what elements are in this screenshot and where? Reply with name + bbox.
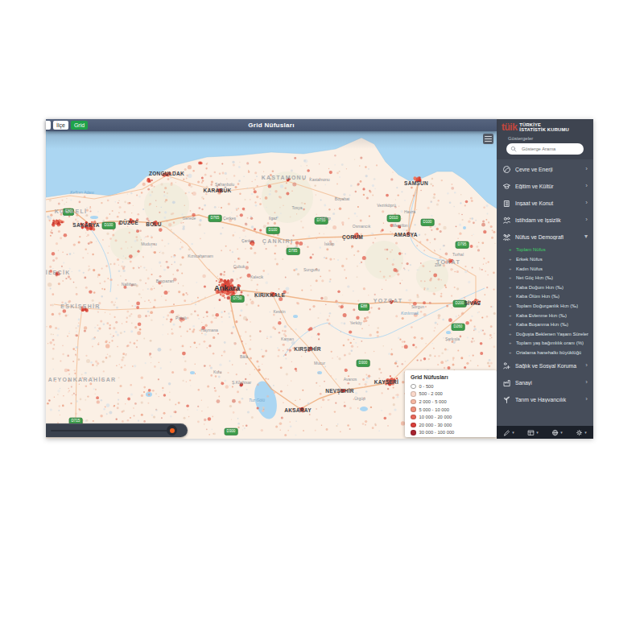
agriculture-icon xyxy=(502,395,511,404)
sidebar-subitem-erkek-nufus[interactable]: +Erkek Nüfus xyxy=(497,254,593,264)
sidebar-item-saglik-ve-sosyal-koruma[interactable]: Sağlık ve Sosyal Koruma› xyxy=(497,357,593,374)
sidebar-subitem-label: Kaba Doğum Hızı (‰) xyxy=(516,285,564,290)
sidebar-subitem-net-goc-hizi[interactable]: +Net Göç Hızı (‰) xyxy=(497,273,593,283)
road-badge: D100 xyxy=(421,219,435,226)
chevron-right-icon: › xyxy=(585,217,588,223)
plus-icon: + xyxy=(509,266,513,271)
road-badge: D300 xyxy=(357,360,370,367)
road-badge: D010 xyxy=(387,215,401,222)
sidebar-subitem-label: Ortalama hanehalkı büyüklüğü xyxy=(516,350,581,355)
caret-down-icon: ▾ xyxy=(536,430,539,435)
plus-icon: + xyxy=(509,313,513,318)
search-box[interactable] xyxy=(506,143,584,155)
legend-swatch xyxy=(411,423,416,428)
sidebar-subitem-label: Toplam Doğurganlık Hızı (‰) xyxy=(516,303,578,308)
sidebar-subitem-kaba-olum-hizi[interactable]: +Kaba Ölüm Hızı (‰) xyxy=(497,292,593,302)
sidebar-subitem-toplam-nufus[interactable]: +Toplam Nüfus xyxy=(497,246,593,255)
legend-label: 20 000 - 30 000 xyxy=(419,423,452,427)
sidebar-subitem-kaba-evlenme-hizi[interactable]: +Kaba Evlenme Hızı (‰) xyxy=(497,311,593,320)
sidebar-subitem-kaba-bosanma-hizi[interactable]: +Kaba Boşanma Hızı (‰) xyxy=(497,320,593,329)
road-badge: E88 xyxy=(358,303,369,311)
chevron-right-icon: › xyxy=(585,362,588,369)
employment-icon xyxy=(502,216,511,225)
map-panel: İlçe Grid Grid Nüfusları Grid Nüfusları … xyxy=(46,119,497,439)
population-icon xyxy=(502,233,511,242)
chevron-right-icon: › xyxy=(585,396,588,402)
road-badge: D300 xyxy=(225,428,238,436)
sidebar: tüik TÜRKİYE İSTATİSTİK KURUMU Göstergel… xyxy=(497,119,593,439)
sidebar-item-tarim-ve-hayvancilik[interactable]: Tarım ve Hayvancılık› xyxy=(497,391,593,408)
education-icon xyxy=(502,182,511,191)
sidebar-toolbar: ▾▾▾▾ xyxy=(497,426,593,439)
plus-icon: + xyxy=(509,350,513,355)
sidebar-subitem-kaba-dogum-hizi[interactable]: +Kaba Doğum Hızı (‰) xyxy=(497,283,593,292)
legend-item: 2 000 - 5 000 xyxy=(411,398,491,406)
time-slider-handle[interactable] xyxy=(167,425,177,436)
sidebar-menu: Çevre ve Enerji›Eğitim ve Kültür›İnşaat … xyxy=(497,159,593,426)
sidebar-item-label: Sanayi xyxy=(515,380,581,386)
sidebar-item-cevre-ve-enerji[interactable]: Çevre ve Enerji› xyxy=(497,161,593,178)
plus-icon: + xyxy=(509,294,513,299)
layers-tool-button[interactable]: ▾ xyxy=(521,426,545,439)
sidebar-subitem-label: Toplam Nüfus xyxy=(516,247,546,252)
road-badge: D765 xyxy=(208,215,222,222)
road-badge: D100 xyxy=(266,227,280,234)
chevron-right-icon: › xyxy=(585,200,588,206)
legend-label: 2 000 - 5 000 xyxy=(419,399,447,404)
road-badge: D795 xyxy=(456,242,469,249)
legend-item: 30 000 - 100 000 xyxy=(411,429,491,437)
sidebar-item-sanayi[interactable]: Sanayi› xyxy=(497,374,593,391)
map-canvas[interactable]: Grid Nüfusları 0 - 500500 - 2 0002 000 -… xyxy=(46,131,497,439)
sidebar-subitem-dogusta-beklenen-yasam-sureleri-yil[interactable]: +Doğuşta Beklenen Yaşam Süreleri (yıl) xyxy=(497,329,593,339)
ilce-button[interactable]: İlçe xyxy=(53,121,68,130)
sidebar-subitem-kadin-nufus[interactable]: +Kadın Nüfus xyxy=(497,264,593,274)
sidebar-subitem-ortalama-hanehalki-buyuklugu[interactable]: +Ortalama hanehalkı büyüklüğü xyxy=(497,348,593,357)
grid-button[interactable]: Grid xyxy=(71,121,88,130)
sidebar-item-label: Eğitim ve Kültür xyxy=(515,184,581,189)
road-badge: D755 xyxy=(315,217,328,225)
basemap-tool-button[interactable]: ▾ xyxy=(545,426,569,439)
table-icon xyxy=(527,429,535,436)
legend-label: 10 000 - 20 000 xyxy=(419,415,452,419)
sidebar-item-label: Çevre ve Enerji xyxy=(515,167,581,172)
app-window: İlçe Grid Grid Nüfusları Grid Nüfusları … xyxy=(46,119,593,439)
legend-items: 0 - 500500 - 2 0002 000 - 5 0005 000 - 1… xyxy=(411,382,491,436)
caret-down-icon: ▾ xyxy=(560,430,563,435)
sidebar-item-istihdam-ve-issizlik[interactable]: İstihdam ve İşsizlik› xyxy=(497,212,593,229)
sidebar-item-insaat-ve-konut[interactable]: İnşaat ve Konut› xyxy=(497,195,593,212)
road-badge: D200 xyxy=(453,300,467,308)
sidebar-subitem-toplam-dogurganlik-hizi[interactable]: +Toplam Doğurganlık Hızı (‰) xyxy=(497,301,593,311)
construction-icon xyxy=(502,199,511,208)
sidebar-subitem-label: Erkek Nüfus xyxy=(516,257,543,262)
gear-icon xyxy=(576,429,583,436)
road-badge: D100 xyxy=(102,222,116,229)
road-badge: D785 xyxy=(287,248,300,255)
plus-icon: + xyxy=(509,275,513,280)
hamburger-menu-icon[interactable] xyxy=(483,134,493,144)
plus-icon: + xyxy=(509,332,513,336)
settings-tool-button[interactable]: ▾ xyxy=(569,426,593,439)
legend-title: Grid Nüfusları xyxy=(411,374,491,380)
search-input[interactable] xyxy=(520,146,580,152)
time-slider[interactable] xyxy=(46,423,188,437)
sidebar-item-label: Tarım ve Hayvancılık xyxy=(515,397,581,402)
draw-tool-button[interactable]: ▾ xyxy=(497,426,521,439)
sidebar-subitem-label: Net Göç Hızı (‰) xyxy=(516,275,553,280)
road-badge: D750 xyxy=(231,295,245,303)
sidebar-item-nufus-ve-demografi[interactable]: Nüfus ve Demografi▾ xyxy=(497,229,593,246)
tuik-logo-mark: tüik xyxy=(502,122,517,132)
map-title: Grid Nüfusları xyxy=(46,122,497,129)
chevron-down-icon: ▾ xyxy=(584,233,588,240)
chevron-right-icon: › xyxy=(585,166,588,172)
legend-swatch xyxy=(411,415,416,420)
plus-icon: + xyxy=(509,257,513,262)
sidebar-subitem-toplam-yas-bagimlilik-orani[interactable]: +Toplam yaş bağımlılık oranı (%) xyxy=(497,339,593,349)
industry-icon xyxy=(502,378,511,387)
plus-icon: + xyxy=(509,285,513,290)
sidebar-item-label: İnşaat ve Konut xyxy=(515,200,581,206)
health-icon xyxy=(502,361,511,370)
sidebar-subitem-label: Doğuşta Beklenen Yaşam Süreleri (yıl) xyxy=(516,332,588,336)
sidebar-item-egitim-ve-kultur[interactable]: Eğitim ve Kültür› xyxy=(497,178,593,195)
il-button-partial[interactable] xyxy=(46,121,51,130)
search-icon xyxy=(510,142,518,156)
